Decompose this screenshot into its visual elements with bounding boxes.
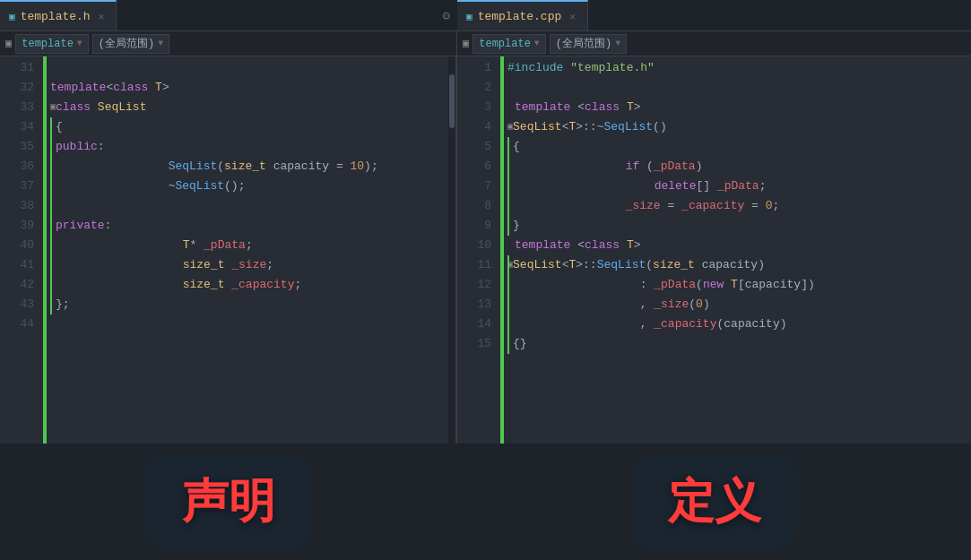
code-line-44 xyxy=(50,314,448,334)
settings-icon[interactable]: ⚙ xyxy=(436,8,457,23)
line-numbers-right: 1 2 3 4 5 6 7 8 9 10 11 12 13 14 15 xyxy=(457,56,500,444)
code-content-right[interactable]: #include "template.h" template <class T>… xyxy=(504,56,971,444)
line-numbers-left: 31 32 33 34 35 36 37 38 39 40 41 42 43 4… xyxy=(0,56,43,444)
scope-select-left[interactable]: template ▼ xyxy=(15,34,89,54)
scrollbar-left[interactable] xyxy=(448,56,455,444)
scope-select-right[interactable]: template ▼ xyxy=(472,34,546,54)
code-line-r8: _size = _capacity = 0; xyxy=(507,196,971,216)
tab-bar-right: ▣ template.cpp ✕ xyxy=(457,0,971,31)
code-line-r4: ▣SeqList<T>::~SeqList() xyxy=(507,117,971,137)
code-line-r14: , _capacity(capacity) xyxy=(507,314,971,334)
toolbar-row: ▣ template ▼ (全局范围) ▼ ▣ template ▼ (全局范围… xyxy=(0,31,971,56)
scope-label-right: template xyxy=(479,38,531,50)
dropdown-arrow-global-left: ▼ xyxy=(158,39,163,48)
tab-bar-left: ▣ template.h ✕ ⚙ xyxy=(0,0,457,31)
scope-icon-right: ▣ xyxy=(463,37,469,50)
declaration-label: 声明 xyxy=(182,470,275,533)
dropdown-arrow-right: ▼ xyxy=(534,39,540,48)
code-line-r1: #include "template.h" xyxy=(507,58,971,78)
code-area-right: 1 2 3 4 5 6 7 8 9 10 11 12 13 14 15 xyxy=(457,56,971,444)
tab-close-h[interactable]: ✕ xyxy=(96,10,108,23)
toolbar-left: ▣ template ▼ (全局范围) ▼ xyxy=(0,31,457,56)
annotation-right: 定义 xyxy=(457,444,971,560)
editor-left[interactable]: 31 32 33 34 35 36 37 38 39 40 41 42 43 4… xyxy=(0,56,457,444)
toolbar-right: ▣ template ▼ (全局范围) ▼ xyxy=(457,31,971,56)
tab-close-cpp[interactable]: ✕ xyxy=(567,10,578,23)
scope-icon-left: ▣ xyxy=(5,37,12,50)
scrollbar-thumb-left[interactable] xyxy=(449,74,455,128)
global-label-left: (全局范围) xyxy=(99,36,154,51)
code-line-33: ▣class SeqList xyxy=(50,98,448,117)
global-select-left[interactable]: (全局范围) ▼ xyxy=(92,34,169,54)
editor-right[interactable]: 1 2 3 4 5 6 7 8 9 10 11 12 13 14 15 xyxy=(457,56,971,444)
code-content-left[interactable]: template<class T> ▣class SeqList { publi… xyxy=(47,56,448,444)
annotation-left: 声明 xyxy=(0,444,457,560)
annotations: 声明 定义 xyxy=(0,444,971,560)
code-line-r2 xyxy=(507,78,971,98)
global-label-right: (全局范围) xyxy=(556,36,611,51)
dropdown-arrow-global-right: ▼ xyxy=(615,39,620,48)
editors: 31 32 33 34 35 36 37 38 39 40 41 42 43 4… xyxy=(0,56,971,444)
file-icon-h: ▣ xyxy=(9,11,15,22)
code-line-r3: template <class T> xyxy=(507,98,971,117)
code-line-r10: template <class T> xyxy=(507,236,971,255)
code-line-31 xyxy=(50,58,448,78)
tab-template-cpp[interactable]: ▣ template.cpp ✕ xyxy=(457,0,588,30)
code-line-34: { xyxy=(50,117,448,137)
dropdown-arrow-left: ▼ xyxy=(77,39,82,48)
code-line-32: template<class T> xyxy=(50,78,448,98)
scope-label-left: template xyxy=(22,38,74,50)
definition-bubble: 定义 xyxy=(632,454,797,549)
definition-label: 定义 xyxy=(668,470,761,533)
tab-bars: ▣ template.h ✕ ⚙ ▣ template.cpp ✕ xyxy=(0,0,971,31)
tab-template-h[interactable]: ▣ template.h ✕ xyxy=(0,0,117,30)
tab-label-h: template.h xyxy=(21,10,91,23)
declaration-bubble: 声明 xyxy=(146,454,311,549)
code-line-42: size_t _capacity; xyxy=(50,275,448,295)
tab-label-cpp: template.cpp xyxy=(478,10,562,23)
code-area-left: 31 32 33 34 35 36 37 38 39 40 41 42 43 4… xyxy=(0,56,455,444)
file-icon-cpp: ▣ xyxy=(466,11,472,22)
global-select-right[interactable]: (全局范围) ▼ xyxy=(550,34,627,54)
